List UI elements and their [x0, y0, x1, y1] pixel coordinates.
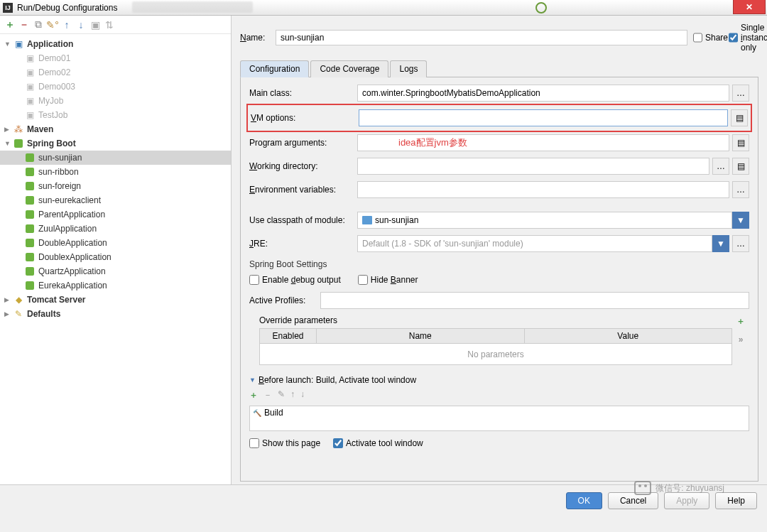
cp-combo[interactable]: sun-sunjian: [357, 212, 732, 229]
before-add[interactable]: ＋: [249, 389, 258, 401]
tree-defaults[interactable]: ▶✎Defaults: [0, 307, 231, 321]
tab-coverage[interactable]: Code Coverage: [310, 60, 388, 77]
before-launch-header[interactable]: ▼Before launch: Build, Activate tool win…: [249, 375, 749, 385]
enable-debug-checkbox[interactable]: Enable debug output: [249, 275, 341, 285]
tab-configuration[interactable]: Configuration: [240, 60, 309, 77]
name-label: Name:: [240, 33, 270, 43]
close-button[interactable]: ✕: [733, 0, 766, 14]
tree-item-myjob[interactable]: ▣MyJob: [0, 94, 231, 108]
wd-list[interactable]: ▤: [732, 158, 749, 175]
tabs: Configuration Code Coverage Logs: [240, 60, 758, 77]
sb-section-title: Spring Boot Settings: [249, 259, 749, 269]
ok-button[interactable]: OK: [566, 492, 602, 509]
config-tree[interactable]: ▼▣Application ▣Demo01 ▣Demo02 ▣Demo003 ▣…: [0, 34, 231, 484]
activate-tw-checkbox[interactable]: Activate tool window: [333, 438, 423, 448]
tree-item-ribbon[interactable]: sun-ribbon: [0, 165, 231, 179]
tree-item-parent[interactable]: ParentApplication: [0, 207, 231, 222]
tree-item-eureka[interactable]: sun-eurekaclient: [0, 193, 231, 207]
wd-input[interactable]: [357, 158, 709, 175]
tab-logs[interactable]: Logs: [390, 60, 427, 77]
before-down[interactable]: ↓: [300, 389, 305, 401]
module-icon: [362, 216, 372, 224]
move-up-button[interactable]: ↑: [61, 19, 72, 31]
hide-banner-checkbox[interactable]: Hide Banner: [358, 275, 418, 285]
override-body: No parameters: [259, 344, 732, 365]
wd-label: Working directory:: [249, 161, 357, 171]
before-edit[interactable]: ✎: [278, 389, 285, 401]
jre-browse[interactable]: …: [732, 235, 749, 252]
add-config-button[interactable]: ＋: [4, 19, 16, 31]
env-browse[interactable]: …: [732, 181, 749, 198]
override-add[interactable]: ＋: [734, 313, 748, 330]
jre-combo[interactable]: Default (1.8 - SDK of 'sun-sunjian' modu…: [357, 235, 712, 252]
build-icon: 🔨: [253, 409, 261, 417]
wd-browse[interactable]: …: [712, 158, 729, 175]
tree-item-double[interactable]: DoubleApplication: [0, 236, 231, 250]
sort-button[interactable]: ⇅: [104, 19, 115, 31]
tree-tomcat[interactable]: ▶◆Tomcat Server: [0, 293, 231, 307]
tree-item-eurekaapp[interactable]: EurekaApplication: [0, 278, 231, 293]
tree-item-sunjian[interactable]: sun-sunjian: [0, 151, 231, 165]
args-expand-button[interactable]: ▤: [732, 134, 749, 151]
tree-springboot[interactable]: ▼Spring Boot: [0, 136, 231, 151]
config-body: Main class: … VM options: ▤ Program argu…: [240, 77, 758, 482]
watermark: 微信号: zhuyuansj: [634, 481, 724, 495]
vm-highlight-box: VM options: ▤: [246, 104, 752, 132]
right-panel: Name: Share Single instance only Configu…: [232, 16, 767, 484]
vm-options-label: VM options:: [251, 113, 359, 123]
remove-config-button[interactable]: －: [18, 19, 30, 31]
single-instance-checkbox[interactable]: Single instance only: [729, 23, 758, 53]
before-up[interactable]: ↑: [290, 389, 295, 401]
tree-item-testjob[interactable]: ▣TestJob: [0, 108, 231, 122]
env-label: Environment variables:: [249, 185, 357, 195]
jre-label: JRE:: [249, 239, 357, 249]
tree-item-demo003[interactable]: ▣Demo003: [0, 80, 231, 94]
edit-defaults-button[interactable]: ✎°: [47, 19, 58, 31]
override-title: Override parameters: [259, 315, 749, 325]
config-toolbar: ＋ － ⧉ ✎° ↑ ↓ ▣ ⇅: [0, 16, 231, 34]
share-checkbox[interactable]: Share: [693, 33, 723, 43]
wechat-icon: [634, 481, 651, 495]
app-icon: IJ: [3, 3, 13, 13]
bg-badge: [535, 2, 547, 13]
blurred-bg: [132, 1, 253, 13]
profiles-input[interactable]: [320, 292, 749, 309]
build-item: Build: [264, 408, 283, 418]
tree-item-demo01[interactable]: ▣Demo01: [0, 51, 231, 65]
override-more[interactable]: »: [734, 330, 748, 348]
jre-dropdown[interactable]: ▼: [712, 235, 729, 252]
before-toolbar: ＋ － ✎ ↑ ↓: [249, 389, 749, 401]
move-down-button[interactable]: ↓: [75, 19, 87, 31]
args-label: Program arguments:: [249, 138, 357, 148]
titlebar: IJ Run/Debug Configurations ✕: [0, 0, 767, 16]
before-remove[interactable]: －: [263, 389, 272, 401]
cp-dropdown[interactable]: ▼: [732, 212, 749, 229]
tree-item-doublex[interactable]: DoublexApplication: [0, 250, 231, 264]
annotation-text: idea配置jvm参数: [398, 136, 467, 149]
cp-label: Use classpath of module:: [249, 215, 357, 225]
env-input[interactable]: [357, 181, 729, 198]
before-list[interactable]: 🔨Build: [249, 406, 749, 431]
override-header: Enabled Name Value: [259, 328, 732, 344]
copy-config-button[interactable]: ⧉: [33, 19, 44, 31]
tree-application[interactable]: ▼▣Application: [0, 37, 231, 51]
tree-item-demo02[interactable]: ▣Demo02: [0, 65, 231, 80]
show-page-checkbox[interactable]: Show this page: [249, 438, 320, 448]
vm-options-input[interactable]: [359, 109, 728, 126]
tree-item-foreign[interactable]: sun-foreign: [0, 179, 231, 193]
tree-item-quartz[interactable]: QuartzApplication: [0, 264, 231, 278]
window-title: Run/Debug Configurations: [17, 3, 117, 13]
main-class-label: Main class:: [249, 88, 357, 98]
vm-expand-button[interactable]: ▤: [731, 109, 748, 126]
main-class-input[interactable]: [357, 85, 729, 102]
main-class-browse[interactable]: …: [732, 85, 749, 102]
tree-maven[interactable]: ▶⁂Maven: [0, 122, 231, 136]
profiles-label: Active Profiles:: [249, 295, 320, 305]
tree-item-zuul[interactable]: ZuulApplication: [0, 222, 231, 236]
folder-button[interactable]: ▣: [89, 19, 101, 31]
left-panel: ＋ － ⧉ ✎° ↑ ↓ ▣ ⇅ ▼▣Application ▣Demo01 ▣…: [0, 16, 232, 484]
name-input[interactable]: [276, 30, 687, 45]
